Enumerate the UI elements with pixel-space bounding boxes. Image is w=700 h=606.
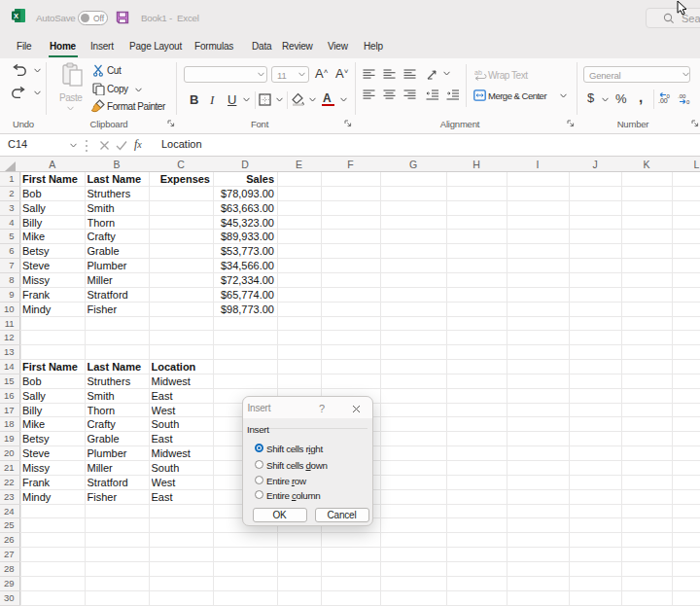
svg-text:.00: .00	[678, 93, 686, 99]
svg-text:ab: ab	[474, 69, 482, 76]
svg-text:0: 0	[686, 99, 690, 105]
svg-text:X: X	[14, 12, 18, 20]
svg-text:0: 0	[667, 93, 671, 99]
